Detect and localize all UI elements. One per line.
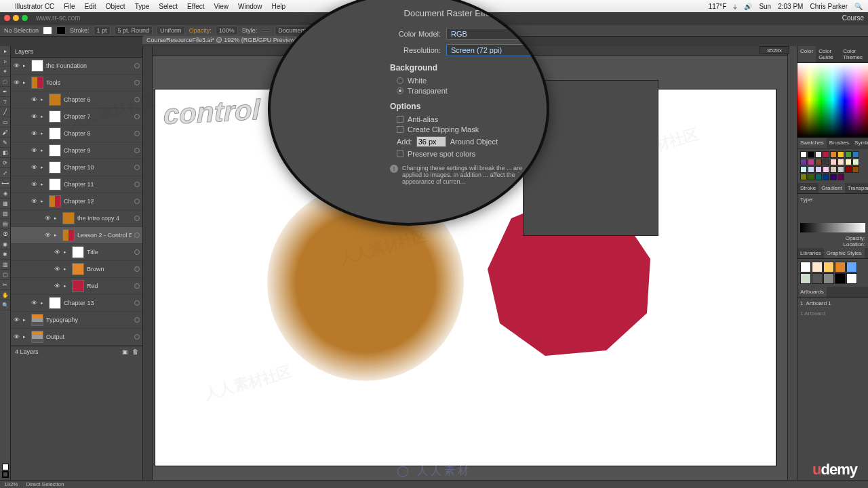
swatch[interactable]	[800, 166, 807, 173]
brush-tool[interactable]: 🖌	[0, 127, 10, 138]
expand-icon[interactable]: ▸	[64, 283, 69, 289]
expand-icon[interactable]: ▸	[41, 131, 46, 136]
swatch[interactable]	[845, 159, 852, 165]
perspective-tool[interactable]: ▦	[0, 199, 10, 209]
add-pixels-input[interactable]	[416, 136, 446, 147]
antialias-checkbox[interactable]: Anti-alias	[397, 115, 536, 123]
minimize-window[interactable]	[13, 15, 19, 21]
target-icon[interactable]	[134, 131, 140, 136]
search-icon[interactable]: 🔍	[854, 3, 863, 10]
tab-symbols[interactable]: Symbols	[852, 138, 868, 148]
menu-type[interactable]: Type	[135, 3, 150, 10]
opacity-value[interactable]: 100%	[216, 26, 238, 35]
wifi-icon[interactable]: ⏚	[733, 3, 737, 10]
visibility-icon[interactable]: 👁	[45, 215, 52, 222]
swatch[interactable]	[852, 151, 859, 158]
symbol-tool[interactable]: ✱	[0, 249, 10, 260]
artboard-item[interactable]: 1 Artboard 1	[800, 300, 865, 306]
eraser-tool[interactable]: ◧	[0, 148, 10, 158]
visibility-icon[interactable]: 👁	[14, 333, 20, 340]
graphic-style[interactable]	[823, 273, 834, 284]
clipping-mask-checkbox[interactable]: Create Clipping Mask	[397, 125, 536, 134]
graphic-style[interactable]	[846, 262, 857, 272]
target-icon[interactable]	[134, 63, 140, 68]
fill-swatch[interactable]	[43, 26, 52, 35]
swatch[interactable]	[852, 166, 859, 173]
swatch[interactable]	[808, 174, 814, 180]
blend-tool[interactable]: ◉	[0, 239, 10, 249]
direct-selection-tool[interactable]: ▹	[0, 56, 10, 66]
expand-icon[interactable]: ▸	[23, 63, 28, 68]
hand-tool[interactable]: ✋	[0, 290, 10, 300]
swatch[interactable]	[837, 159, 844, 165]
volume-icon[interactable]: 🔊	[744, 3, 752, 10]
graphic-style[interactable]	[800, 262, 811, 272]
rotate-tool[interactable]: ⟳	[0, 158, 10, 168]
layer-row[interactable]: 👁▸Chapter 12	[11, 193, 142, 210]
bg-white-radio[interactable]: White	[397, 77, 536, 85]
lasso-tool[interactable]: ◌	[0, 77, 10, 87]
layer-row[interactable]: 👁▸Tools	[11, 75, 142, 92]
layer-row[interactable]: 👁▸Title	[11, 244, 142, 261]
layer-row[interactable]: 👁▸Red	[11, 278, 142, 295]
target-icon[interactable]	[134, 216, 140, 221]
layer-row[interactable]: 👁▸Output	[11, 329, 142, 346]
graphic-style[interactable]	[846, 273, 857, 284]
target-icon[interactable]	[134, 148, 140, 153]
layer-row[interactable]: 👁▸Lesson 2 - Control Effects	[11, 227, 142, 244]
visibility-icon[interactable]: 👁	[31, 300, 38, 306]
menu-effect[interactable]: Effect	[187, 3, 204, 10]
bg-transparent-radio[interactable]: Transparent	[397, 87, 536, 95]
tab-swatches[interactable]: Swatches	[797, 138, 827, 148]
swatch[interactable]	[845, 166, 852, 173]
swatch[interactable]	[837, 151, 844, 158]
brush-preset[interactable]: 5 pt. Round	[115, 26, 153, 35]
expand-icon[interactable]: ▸	[41, 300, 46, 306]
expand-icon[interactable]: ▸	[64, 266, 69, 272]
swatch[interactable]	[800, 159, 807, 165]
layer-row[interactable]: 👁▸Chapter 13	[11, 295, 142, 312]
swatch[interactable]	[830, 174, 837, 180]
gradient-tool[interactable]: ▤	[0, 219, 10, 229]
swatch[interactable]	[800, 151, 807, 158]
visibility-icon[interactable]: 👁	[14, 79, 20, 86]
expand-icon[interactable]: ▸	[23, 317, 28, 323]
zoom-tool[interactable]: 🔍	[0, 300, 10, 310]
swatch[interactable]	[823, 166, 829, 173]
swatch[interactable]	[815, 159, 822, 165]
graphic-style[interactable]	[823, 262, 834, 272]
delete-layer-icon[interactable]: 🗑	[132, 348, 138, 355]
target-icon[interactable]	[134, 283, 140, 289]
tab-artboards[interactable]: Artboards	[797, 287, 827, 297]
swatch[interactable]	[800, 174, 807, 180]
expand-icon[interactable]: ▸	[64, 249, 69, 255]
resolution-select[interactable]: Screen (72 ppi)▼	[446, 44, 536, 56]
swatch[interactable]	[845, 151, 852, 158]
swatch[interactable]	[830, 151, 837, 158]
visibility-icon[interactable]: 👁	[31, 181, 38, 188]
fill-color[interactable]	[2, 464, 9, 470]
layer-row[interactable]: 👁▸Brown	[11, 261, 142, 278]
pencil-tool[interactable]: ✎	[0, 138, 10, 148]
stroke-color[interactable]	[2, 471, 9, 478]
scale-tool[interactable]: ⤢	[0, 168, 10, 178]
menu-help[interactable]: Help	[272, 3, 286, 10]
menu-illustrator[interactable]: Illustrator CC	[15, 3, 54, 10]
visibility-icon[interactable]: 👁	[14, 317, 20, 323]
layer-row[interactable]: 👁▸Chapter 6	[11, 92, 142, 108]
menu-view[interactable]: View	[214, 3, 229, 10]
menu-window[interactable]: Window	[238, 3, 262, 10]
tab-transparency[interactable]: Transparency	[845, 183, 868, 193]
layer-row[interactable]: 👁▸Chapter 9	[11, 142, 142, 159]
graphic-style[interactable]	[835, 273, 846, 284]
ruler-vertical[interactable]	[143, 46, 153, 480]
new-layer-icon[interactable]: ▣	[122, 348, 128, 355]
type-tool[interactable]: T	[0, 97, 10, 107]
target-icon[interactable]	[134, 182, 140, 187]
swatch[interactable]	[823, 174, 829, 180]
swatch[interactable]	[837, 174, 844, 180]
target-icon[interactable]	[134, 232, 140, 238]
slice-tool[interactable]: ✂	[0, 280, 10, 290]
swatch[interactable]	[823, 159, 829, 165]
graph-tool[interactable]: ▥	[0, 260, 10, 270]
